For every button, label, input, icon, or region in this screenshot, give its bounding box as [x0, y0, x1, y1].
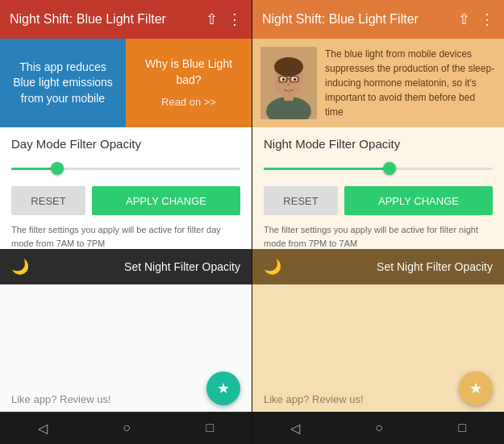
right-more-icon[interactable]: ⋮ — [480, 10, 494, 28]
right-night-bar[interactable]: 🌙 Set Night Filter Opacity — [252, 249, 504, 284]
left-filter-label: Day Mode Filter Opacity — [11, 137, 240, 151]
left-night-bar-label: Set Night Filter Opacity — [35, 260, 240, 273]
left-more-icon[interactable]: ⋮ — [227, 10, 242, 28]
right-slider-track — [264, 168, 493, 170]
left-app-title: Night Shift: Blue Light Filter — [10, 12, 206, 27]
right-nav-bar: ◁ ○ □ — [252, 412, 504, 444]
left-content: Day Mode Filter Opacity Reset Apply Chan… — [0, 127, 252, 249]
right-night-bar-label: Set Night Filter Opacity — [288, 260, 493, 273]
right-content: Night Mode Filter Opacity Reset Apply Ch… — [252, 127, 504, 249]
right-app-title: Night Shift: Blue Light Filter — [262, 12, 458, 27]
left-home-button[interactable]: ○ — [116, 414, 137, 442]
svg-point-8 — [294, 78, 297, 81]
right-appbar: Night Shift: Blue Light Filter ⇧ ⋮ — [252, 0, 504, 39]
right-slider-fill — [264, 168, 389, 170]
left-appbar-icons: ⇧ ⋮ — [206, 10, 242, 28]
right-panel: Night Shift: Blue Light Filter ⇧ ⋮ — [252, 0, 504, 444]
right-slider-thumb[interactable] — [383, 162, 396, 175]
right-review-text: Like app? Review us! — [264, 393, 364, 405]
left-bottom: Like app? Review us! ★ — [0, 284, 252, 413]
right-night-icons: 🌙 — [264, 258, 281, 276]
right-share-icon[interactable]: ⇧ — [458, 10, 470, 28]
svg-point-4 — [274, 57, 303, 77]
left-back-button[interactable]: ◁ — [31, 414, 54, 442]
left-appbar: Night Shift: Blue Light Filter ⇧ ⋮ — [0, 0, 252, 39]
left-hero-blue: This app reduces Blue light emissions fr… — [0, 39, 126, 127]
right-appbar-icons: ⇧ ⋮ — [458, 10, 494, 28]
right-recent-button[interactable]: □ — [452, 414, 473, 442]
left-hero-orange[interactable]: Why is Blue Light bad? Read on >> — [126, 39, 252, 127]
left-night-icons: 🌙 — [11, 258, 29, 276]
left-night-bar[interactable]: 🌙 Set Night Filter Opacity — [0, 249, 252, 284]
left-filter-info: The filter settings you apply will be ac… — [11, 223, 240, 249]
left-apply-button[interactable]: Apply Change — [92, 186, 240, 215]
right-reset-button[interactable]: Reset — [264, 186, 338, 215]
right-slider-container[interactable] — [264, 160, 493, 176]
right-back-button[interactable]: ◁ — [284, 414, 306, 442]
left-reset-button[interactable]: Reset — [11, 186, 85, 215]
right-filter-label: Night Mode Filter Opacity — [264, 137, 493, 151]
left-panel: Night Shift: Blue Light Filter ⇧ ⋮ This … — [0, 0, 252, 444]
left-fab[interactable]: ★ — [206, 371, 240, 405]
left-btn-row: Reset Apply Change — [11, 186, 240, 215]
svg-point-12 — [287, 84, 290, 86]
left-hero-orange-text: Why is Blue Light bad? — [134, 56, 244, 88]
left-review-text: Like app? Review us! — [11, 393, 111, 405]
right-filter-section: Night Mode Filter Opacity Reset Apply Ch… — [252, 127, 504, 249]
right-fab[interactable]: ★ — [459, 371, 493, 405]
avatar-svg — [260, 47, 317, 119]
svg-point-7 — [282, 78, 285, 81]
right-avatar — [260, 47, 317, 119]
right-bottom: Like app? Review us! ★ — [252, 284, 504, 413]
left-slider-thumb[interactable] — [51, 162, 64, 175]
right-btn-row: Reset Apply Change — [264, 186, 493, 215]
left-read-on[interactable]: Read on >> — [161, 95, 216, 110]
left-slider-track — [11, 168, 240, 170]
right-filter-info: The filter settings you apply will be ac… — [264, 223, 493, 249]
left-share-icon[interactable]: ⇧ — [206, 10, 218, 28]
left-slider-container[interactable] — [11, 160, 240, 176]
right-hero-text: The blue light from mobile devices suppr… — [325, 47, 496, 119]
left-nav-bar: ◁ ○ □ — [0, 412, 252, 444]
left-recent-button[interactable]: □ — [200, 414, 221, 442]
left-hero: This app reduces Blue light emissions fr… — [0, 39, 252, 127]
left-filter-section: Day Mode Filter Opacity Reset Apply Chan… — [0, 127, 252, 249]
right-hero: The blue light from mobile devices suppr… — [252, 39, 504, 127]
right-home-button[interactable]: ○ — [369, 414, 389, 442]
right-apply-button[interactable]: Apply Change — [344, 186, 493, 215]
